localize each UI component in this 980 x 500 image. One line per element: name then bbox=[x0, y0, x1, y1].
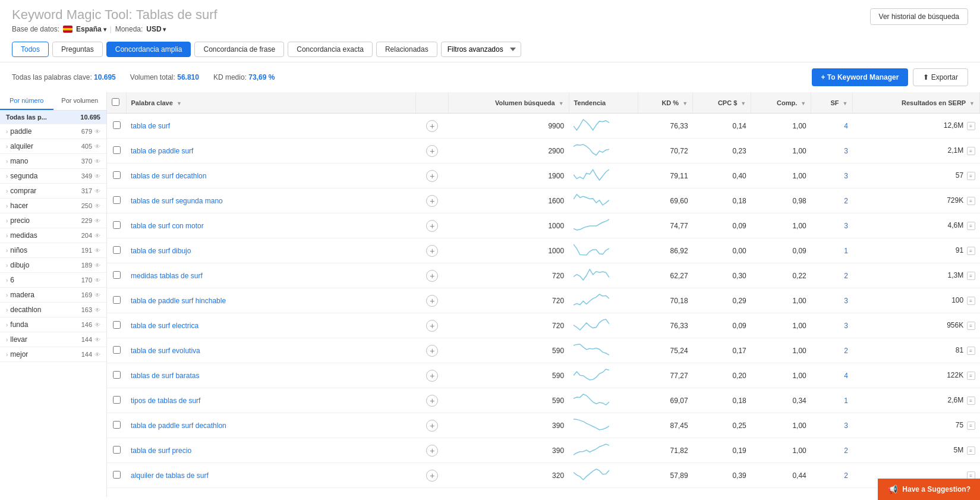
row-checkbox[interactable] bbox=[113, 121, 121, 129]
sidebar-item[interactable]: › medidas 204 👁 bbox=[0, 228, 106, 243]
export-button[interactable]: ⬆ Exportar bbox=[913, 68, 968, 86]
sidebar-tab-number[interactable]: Por número bbox=[0, 92, 53, 110]
keyword-link[interactable]: tabla de paddle surf decathlon bbox=[131, 422, 226, 430]
keyword-link[interactable]: tabla de surf con motor bbox=[131, 222, 204, 230]
eye-icon[interactable]: 👁 bbox=[94, 277, 100, 284]
sf-link[interactable]: 3 bbox=[844, 422, 848, 430]
add-keyword-button[interactable]: + bbox=[426, 470, 438, 482]
serp-icon[interactable]: ≡ bbox=[967, 297, 975, 305]
keyword-link[interactable]: tabla de surf electrica bbox=[131, 322, 198, 330]
eye-icon[interactable]: 👁 bbox=[94, 351, 100, 358]
select-all-checkbox[interactable] bbox=[112, 98, 119, 106]
country-dropdown[interactable]: España bbox=[76, 25, 106, 33]
add-keyword-button[interactable]: + bbox=[426, 220, 438, 232]
cpc-filter-icon[interactable]: ▼ bbox=[740, 100, 746, 106]
sidebar-item[interactable]: › dibujo 189 👁 bbox=[0, 258, 106, 273]
keyword-link[interactable]: tabla de surf bbox=[131, 122, 170, 130]
tab-todos[interactable]: Todos bbox=[12, 42, 49, 57]
volume-filter-icon[interactable]: ▼ bbox=[559, 100, 564, 106]
serp-icon[interactable]: ≡ bbox=[967, 247, 975, 255]
tab-concordancia-amplia[interactable]: Concordancia amplia bbox=[106, 42, 191, 57]
currency-dropdown[interactable]: USD bbox=[146, 25, 166, 33]
serp-icon[interactable]: ≡ bbox=[967, 446, 975, 455]
add-keyword-button[interactable]: + bbox=[426, 345, 438, 357]
serp-icon[interactable]: ≡ bbox=[967, 372, 975, 380]
row-checkbox[interactable] bbox=[113, 171, 121, 179]
add-keyword-button[interactable]: + bbox=[426, 420, 438, 432]
sidebar-item[interactable]: › funda 146 👁 bbox=[0, 317, 106, 332]
row-checkbox[interactable] bbox=[113, 221, 121, 229]
sf-link[interactable]: 2 bbox=[844, 197, 848, 205]
keyword-link[interactable]: tabla de surf dibujo bbox=[131, 247, 191, 255]
sf-link[interactable]: 2 bbox=[844, 272, 848, 280]
eye-icon[interactable]: 👁 bbox=[94, 247, 100, 254]
add-keyword-button[interactable]: + bbox=[426, 120, 438, 132]
sidebar-item[interactable]: › niños 191 👁 bbox=[0, 243, 106, 258]
row-checkbox[interactable] bbox=[113, 421, 121, 429]
add-keyword-button[interactable]: + bbox=[426, 245, 438, 257]
sf-link[interactable]: 3 bbox=[844, 147, 848, 155]
keyword-link[interactable]: tabla de surf evolutiva bbox=[131, 347, 200, 355]
serp-icon[interactable]: ≡ bbox=[967, 222, 975, 230]
tab-concordancia-frase[interactable]: Concordancia de frase bbox=[194, 42, 284, 57]
keyword-filter-icon[interactable]: ▼ bbox=[177, 100, 182, 106]
row-checkbox[interactable] bbox=[113, 246, 121, 254]
sf-link[interactable]: 1 bbox=[844, 247, 848, 255]
add-keyword-button[interactable]: + bbox=[426, 270, 438, 282]
tab-concordancia-exacta[interactable]: Concordancia exacta bbox=[288, 42, 373, 57]
sidebar-item[interactable]: › alquiler 405 👁 bbox=[0, 139, 106, 154]
sf-link[interactable]: 1 bbox=[844, 397, 848, 405]
eye-icon[interactable]: 👁 bbox=[94, 218, 100, 224]
eye-icon[interactable]: 👁 bbox=[94, 262, 100, 269]
row-checkbox[interactable] bbox=[113, 296, 121, 304]
eye-icon[interactable]: 👁 bbox=[94, 322, 100, 328]
sidebar-item[interactable]: › llevar 144 👁 bbox=[0, 332, 106, 347]
sidebar-item[interactable]: › 6 170 👁 bbox=[0, 273, 106, 288]
sidebar-item[interactable]: › segunda 349 👁 bbox=[0, 169, 106, 184]
eye-icon[interactable]: 👁 bbox=[94, 158, 100, 165]
keyword-link[interactable]: tipos de tablas de surf bbox=[131, 397, 200, 405]
row-checkbox[interactable] bbox=[113, 446, 121, 454]
add-keyword-button[interactable]: + bbox=[426, 195, 438, 207]
suggestion-button[interactable]: 📢 Have a Suggestion? bbox=[878, 479, 980, 497]
add-keyword-button[interactable]: + bbox=[426, 370, 438, 382]
row-checkbox[interactable] bbox=[113, 371, 121, 379]
eye-icon[interactable]: 👁 bbox=[94, 232, 100, 239]
serp-icon[interactable]: ≡ bbox=[967, 422, 975, 430]
add-keyword-button[interactable]: + bbox=[426, 295, 438, 307]
row-checkbox[interactable] bbox=[113, 471, 121, 479]
sidebar-item[interactable]: › comprar 317 👁 bbox=[0, 184, 106, 199]
sidebar-tab-volume[interactable]: Por volumen bbox=[53, 92, 107, 110]
sidebar-item[interactable]: › mejor 144 👁 bbox=[0, 347, 106, 362]
history-button[interactable]: Ver historial de búsqueda bbox=[870, 8, 968, 25]
eye-icon[interactable]: 👁 bbox=[94, 173, 100, 180]
eye-icon[interactable]: 👁 bbox=[94, 128, 100, 135]
sf-link[interactable]: 3 bbox=[844, 222, 848, 230]
keyword-link[interactable]: tablas de surf segunda mano bbox=[131, 197, 223, 205]
row-checkbox[interactable] bbox=[113, 146, 121, 154]
tab-preguntas[interactable]: Preguntas bbox=[52, 42, 103, 57]
row-checkbox[interactable] bbox=[113, 346, 121, 354]
sf-link[interactable]: 2 bbox=[844, 347, 848, 355]
tab-relacionadas[interactable]: Relacionadas bbox=[376, 42, 437, 57]
serp-icon[interactable]: ≡ bbox=[967, 272, 975, 280]
add-keyword-button[interactable]: + bbox=[426, 170, 438, 182]
keyword-link[interactable]: medidas tablas de surf bbox=[131, 272, 203, 280]
keyword-link[interactable]: tabla de paddle surf bbox=[131, 147, 193, 155]
serp-icon[interactable]: ≡ bbox=[967, 197, 975, 205]
keyword-link[interactable]: tablas de surf decathlon bbox=[131, 172, 206, 180]
keyword-manager-button[interactable]: + To Keyword Manager bbox=[812, 68, 909, 86]
row-checkbox[interactable] bbox=[113, 196, 121, 204]
comp-filter-icon[interactable]: ▼ bbox=[801, 100, 806, 106]
row-checkbox[interactable] bbox=[113, 396, 121, 404]
add-keyword-button[interactable]: + bbox=[426, 320, 438, 332]
eye-icon[interactable]: 👁 bbox=[94, 143, 100, 150]
sf-link[interactable]: 3 bbox=[844, 172, 848, 180]
sidebar-item[interactable]: › madera 169 👁 bbox=[0, 288, 106, 303]
sf-link[interactable]: 4 bbox=[844, 372, 848, 380]
serp-icon[interactable]: ≡ bbox=[967, 347, 975, 355]
eye-icon[interactable]: 👁 bbox=[94, 292, 100, 298]
sidebar-item[interactable]: › mano 370 👁 bbox=[0, 154, 106, 169]
eye-icon[interactable]: 👁 bbox=[94, 188, 100, 194]
row-checkbox[interactable] bbox=[113, 321, 121, 329]
